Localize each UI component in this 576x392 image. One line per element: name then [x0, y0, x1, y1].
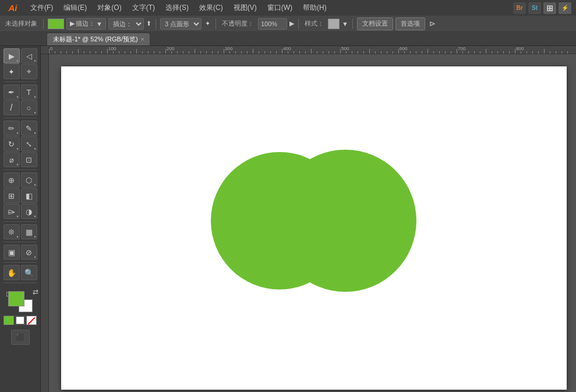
ruler-corner [41, 46, 49, 54]
shapes-svg [61, 66, 567, 390]
lasso-tool[interactable]: ⌖ [21, 64, 37, 79]
free-transform-tool[interactable]: ⊡ [21, 152, 37, 167]
toolbox: ▶▸ ◁▸ ✦ ⌖ ✒▸ T▸ / ○▸ ✏▸ ✎▸ ↻▸ ⤡▸ ⌀▸ ⊡ [0, 46, 41, 392]
direct-select-tool[interactable]: ◁▸ [21, 48, 37, 63]
tab-bar: 未标题-1* @ 52% (RGB/预览) × [0, 32, 576, 46]
style-preview-box[interactable] [328, 19, 340, 29]
rotate-tool[interactable]: ↻▸ [3, 136, 20, 151]
point-shape-select[interactable]: 3 点圆形 [160, 18, 202, 30]
tool-row-mesh: ⊞ ◧ [1, 188, 39, 203]
tool-row-transform: ↻▸ ⤡▸ [1, 136, 39, 151]
ellipse-tool[interactable]: ○▸ [21, 100, 37, 115]
screen-mode-button[interactable]: ⬛ [11, 330, 30, 345]
extra-options-icon[interactable]: ⊳ [427, 19, 437, 28]
divider-3 [215, 19, 216, 29]
gradient-tool[interactable]: ◧ [21, 188, 37, 203]
none-mode-swatch[interactable] [26, 316, 37, 325]
tool-row-warp: ⌀▸ ⊡ [1, 152, 39, 167]
menu-window[interactable]: 窗口(W) [264, 2, 296, 14]
preferences-button[interactable]: 首选项 [395, 17, 425, 30]
stock-icon[interactable]: St [528, 2, 541, 14]
eyedropper-tool[interactable]: ⌲▸ [3, 204, 20, 219]
separator-2 [3, 118, 37, 118]
symbol-tool[interactable]: ❊▸ [3, 224, 20, 239]
separator-3 [3, 169, 37, 170]
right-circle [274, 150, 416, 292]
divider-4 [298, 19, 299, 29]
document-tab[interactable]: 未标题-1* @ 52% (RGB/预览) × [47, 33, 150, 45]
perspective-tool[interactable]: ⬡▸ [21, 172, 37, 188]
menu-effect[interactable]: 效果(C) [196, 2, 227, 14]
tool-row-symbol: ❊▸ ▦▸ [1, 224, 39, 239]
separator-1 [3, 82, 37, 82]
divider-2 [156, 19, 156, 29]
hand-tool[interactable]: ✋ [3, 265, 20, 280]
stroke-mode-swatch[interactable] [15, 316, 26, 325]
tool-row-hand: ✋ 🔍 [1, 265, 39, 280]
menu-text[interactable]: 文字(T) [129, 2, 158, 14]
menu-object[interactable]: 对象(O) [94, 2, 125, 14]
fill-mode-swatch[interactable] [3, 316, 14, 325]
canvas-area[interactable]: 0100200300400500600700800 [41, 46, 576, 392]
lightning-icon[interactable]: ⚡ [559, 2, 571, 14]
tool-row-eyedrop: ⌲▸ ◑▸ [1, 204, 39, 219]
blend-tool[interactable]: ◑▸ [21, 204, 37, 219]
chart-tool[interactable]: ▦▸ [21, 224, 37, 239]
menu-select[interactable]: 选择(S) [162, 2, 192, 14]
apps-grid-icon[interactable]: ⊞ [543, 2, 556, 14]
color-area: ⇄ ◻ [1, 288, 39, 327]
tool-row-brush: ✏▸ ✎▸ [1, 121, 39, 136]
tab-title: 未标题-1* @ 52% (RGB/预览) [53, 35, 138, 44]
app-logo: Ai [5, 3, 21, 13]
divider-5 [352, 19, 353, 29]
fill-swatch[interactable] [8, 291, 24, 306]
artboard-tool[interactable]: ▣ [3, 245, 20, 260]
document-canvas[interactable] [61, 66, 567, 390]
slice-tool[interactable]: ⊘▸ [21, 245, 37, 260]
options-toolbar: 未选择对象 ▶ 描边： ▼ 插边： ⬆ 3 点圆形 ✦ 不透明度： ▶ 样式： … [0, 16, 576, 32]
fill-color-box[interactable] [48, 19, 64, 29]
shape-builder-tool[interactable]: ⊕ [3, 172, 20, 188]
menu-edit[interactable]: 编辑(E) [60, 2, 90, 14]
tool-row-line: / ○▸ [1, 100, 39, 115]
opacity-label: 不透明度： [220, 19, 256, 28]
paintbrush-tool[interactable]: ✏▸ [3, 121, 20, 136]
mini-swatches [3, 316, 37, 325]
tool-row-magic: ✦ ⌖ [1, 64, 39, 79]
tool-row-pen: ✒▸ T▸ [1, 84, 39, 100]
title-bar: Ai 文件(F) 编辑(E) 对象(O) 文字(T) 选择(S) 效果(C) 视… [0, 0, 576, 16]
tool-row-shape: ⊕ ⬡▸ [1, 172, 39, 188]
screen-mode-row: ⬛ [1, 330, 39, 345]
zoom-tool[interactable]: 🔍 [21, 265, 37, 280]
separator-6 [3, 262, 37, 263]
menu-file[interactable]: 文件(F) [27, 2, 56, 14]
stroke-style-select[interactable]: 插边： [108, 18, 144, 30]
menu-help[interactable]: 帮助(H) [299, 2, 330, 14]
pencil-tool[interactable]: ✎▸ [21, 121, 37, 136]
stroke-arrow-icon: ▶ [70, 20, 75, 27]
menu-view[interactable]: 视图(V) [230, 2, 260, 14]
separator-7 [3, 282, 37, 283]
warp-tool[interactable]: ⌀▸ [3, 152, 20, 167]
no-selection-label: 未选择对象 [3, 19, 39, 28]
separator-5 [3, 242, 37, 242]
color-stack: ⇄ ◻ [8, 291, 33, 313]
magic-wand-tool[interactable]: ✦ [3, 64, 20, 79]
scale-tool[interactable]: ⤡▸ [21, 136, 37, 151]
pen-tool[interactable]: ✒▸ [3, 84, 20, 100]
line-tool[interactable]: / [3, 100, 20, 115]
style-label: 样式： [303, 19, 326, 28]
ruler-vertical [41, 46, 49, 392]
stroke-btn[interactable]: ▶ 描边： ▼ [66, 18, 106, 30]
select-tool[interactable]: ▶▸ [3, 48, 20, 63]
mesh-tool[interactable]: ⊞ [3, 188, 20, 203]
tab-close-button[interactable]: × [141, 36, 144, 43]
opacity-input[interactable] [258, 18, 287, 30]
doc-settings-button[interactable]: 文档设置 [357, 17, 393, 30]
bridge-icon[interactable]: Br [513, 2, 526, 14]
main-area: ▶▸ ◁▸ ✦ ⌖ ✒▸ T▸ / ○▸ ✏▸ ✎▸ ↻▸ ⤡▸ ⌀▸ ⊡ [0, 46, 576, 392]
tool-row-artboard: ▣ ⊘▸ [1, 245, 39, 260]
ruler-horizontal: 0100200300400500600700800 [49, 46, 576, 54]
text-tool[interactable]: T▸ [21, 84, 37, 100]
separator-4 [3, 221, 37, 222]
